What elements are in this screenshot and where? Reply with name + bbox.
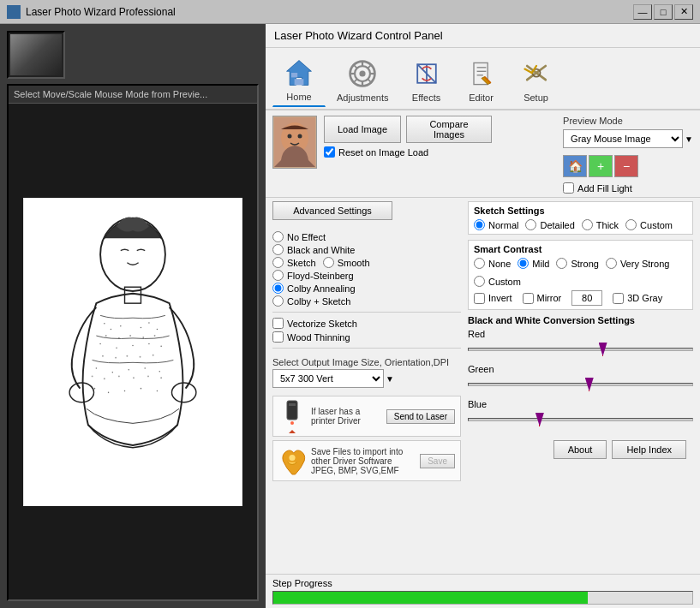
sketch-custom-radio[interactable] bbox=[625, 219, 637, 230]
send-to-laser-button[interactable]: Send to Laser bbox=[386, 409, 455, 424]
advanced-settings-button[interactable]: Advanced Settings bbox=[272, 201, 392, 220]
svg-point-14 bbox=[148, 343, 150, 344]
progress-bar-fill bbox=[273, 592, 588, 604]
vectorize-checkbox[interactable] bbox=[272, 318, 284, 329]
svg-point-5 bbox=[104, 323, 105, 325]
svg-point-9 bbox=[148, 322, 150, 324]
sketch-image[interactable] bbox=[9, 104, 257, 599]
about-button[interactable]: About bbox=[553, 440, 607, 459]
svg-point-6 bbox=[111, 328, 112, 330]
floyd-radio[interactable] bbox=[272, 270, 284, 281]
sketch-label: Sketch bbox=[287, 258, 316, 268]
wood-thinning-label: Wood Thinning bbox=[287, 332, 350, 343]
sc-vstrong-row: Very Strong bbox=[606, 258, 669, 269]
preview-zoom-in-button[interactable]: + bbox=[589, 155, 613, 177]
invert-checkbox[interactable] bbox=[474, 293, 485, 304]
title-bar-left: Laser Photo Wizard Professional bbox=[7, 5, 176, 19]
invert-label: Invert bbox=[488, 293, 512, 303]
control-panel: Laser Photo Wizard Control Panel Home bbox=[266, 24, 700, 608]
preview-thumbnail bbox=[7, 31, 65, 79]
toolbar: Home bbox=[266, 48, 700, 110]
toolbar-item-editor[interactable]: Editor bbox=[455, 52, 508, 107]
toolbar-item-adjustments[interactable]: Adjustments bbox=[327, 52, 398, 107]
load-image-button[interactable]: Load Image bbox=[324, 116, 401, 143]
sc-custom-radio[interactable] bbox=[474, 276, 485, 287]
sc-custom-label: Custom bbox=[488, 277, 521, 287]
toolbar-item-setup[interactable]: Setup bbox=[510, 52, 563, 107]
editor-icon bbox=[464, 57, 499, 91]
sketch-detailed-label: Detailed bbox=[540, 220, 574, 230]
sc-strong-radio[interactable] bbox=[556, 258, 567, 269]
toolbar-item-home[interactable]: Home bbox=[272, 51, 326, 107]
svg-point-72 bbox=[288, 134, 292, 139]
sc-mild-radio[interactable] bbox=[518, 258, 529, 269]
blue-slider-track bbox=[468, 418, 693, 421]
adjustments-label: Adjustments bbox=[337, 92, 389, 103]
wood-thinning-checkbox[interactable] bbox=[272, 331, 284, 343]
preview-zoom-out-button[interactable]: − bbox=[614, 155, 638, 177]
help-index-button[interactable]: Help Index bbox=[612, 440, 686, 459]
gray-3d-checkbox[interactable] bbox=[613, 293, 624, 304]
svg-point-77 bbox=[289, 455, 295, 461]
save-button[interactable]: Save bbox=[420, 454, 455, 468]
sc-vstrong-radio[interactable] bbox=[606, 258, 617, 269]
floyd-label: Floyd-Steinberg bbox=[287, 271, 354, 281]
red-slider-container bbox=[468, 341, 693, 358]
svg-point-19 bbox=[144, 367, 146, 369]
home-icon bbox=[282, 56, 316, 90]
colby-annealing-radio[interactable] bbox=[272, 283, 284, 294]
svg-point-27 bbox=[118, 337, 120, 338]
blue-slider-row: Blue bbox=[468, 399, 693, 428]
sc-strong-label: Strong bbox=[571, 259, 598, 269]
title-bar-buttons: — □ ✕ bbox=[633, 4, 693, 20]
svg-point-34 bbox=[140, 355, 141, 357]
colby-sketch-radio[interactable] bbox=[272, 295, 284, 307]
control-panel-title: Laser Photo Wizard Control Panel bbox=[266, 24, 700, 48]
sketch-detailed-radio[interactable] bbox=[525, 219, 536, 230]
svg-point-13 bbox=[132, 344, 134, 346]
preview-mode-select[interactable]: Gray Mouse Image Color Original Laser Pr… bbox=[563, 129, 683, 148]
close-button[interactable]: ✕ bbox=[674, 4, 693, 20]
green-slider-container bbox=[468, 376, 693, 393]
top-section: Load Image Compare Images Reset on Image… bbox=[266, 110, 700, 198]
colby-sketch-label: Colby + Sketch bbox=[287, 296, 350, 307]
progress-bar-background bbox=[272, 591, 693, 605]
reset-checkbox[interactable] bbox=[324, 146, 335, 158]
smooth-radio[interactable] bbox=[323, 257, 334, 268]
black-white-radio[interactable] bbox=[272, 244, 284, 255]
bw-conversion-title: Black and White Conversion Settings bbox=[468, 315, 693, 325]
preview-home-button[interactable]: 🏠 bbox=[563, 155, 587, 177]
radio-black-white: Black and White bbox=[272, 244, 461, 255]
main-container: Select Move/Scale Mouse Mode from Previe… bbox=[0, 24, 700, 608]
compare-images-button[interactable]: Compare Images bbox=[406, 116, 492, 143]
smart-contrast-options: None Mild Strong Very Strong bbox=[474, 258, 687, 287]
smooth-label: Smooth bbox=[338, 258, 370, 268]
sketch-settings-section: Sketch Settings Normal Detailed Thick bbox=[468, 201, 693, 235]
svg-rect-44 bbox=[299, 79, 303, 85]
contrast-value-input[interactable] bbox=[571, 290, 602, 306]
fill-light-checkbox[interactable] bbox=[563, 182, 574, 194]
no-effect-radio[interactable] bbox=[272, 231, 284, 242]
minimize-button[interactable]: — bbox=[633, 4, 652, 20]
svg-point-30 bbox=[154, 335, 156, 337]
svg-point-18 bbox=[129, 369, 130, 371]
title-bar: Laser Photo Wizard Professional — □ ✕ bbox=[0, 0, 700, 24]
red-slider-row: Red bbox=[468, 329, 693, 358]
sc-none-radio[interactable] bbox=[474, 258, 485, 269]
sketch-normal-label: Normal bbox=[488, 220, 518, 230]
sketch-thick-radio[interactable] bbox=[582, 219, 593, 230]
sketch-radio[interactable] bbox=[272, 257, 284, 268]
home-label: Home bbox=[286, 92, 311, 102]
sketch-settings-options: Normal Detailed Thick Custom bbox=[474, 219, 687, 230]
toolbar-item-effects[interactable]: Effects bbox=[400, 52, 453, 107]
sketch-normal-radio[interactable] bbox=[474, 219, 485, 230]
maximize-button[interactable]: □ bbox=[654, 4, 673, 20]
svg-point-37 bbox=[104, 378, 105, 379]
mid-section: Advanced Settings No Effect Black and Wh… bbox=[266, 198, 700, 574]
sc-mild-label: Mild bbox=[532, 259, 549, 269]
output-size-select[interactable]: 5x7 300 Vert 4x6 300 Horiz 8x10 300 Vert… bbox=[272, 369, 384, 388]
mirror-checkbox[interactable] bbox=[523, 293, 534, 304]
sc-mild-row: Mild bbox=[518, 258, 549, 269]
output-dropdown-arrow: ▼ bbox=[386, 374, 394, 384]
laser-icon-box bbox=[278, 399, 306, 433]
